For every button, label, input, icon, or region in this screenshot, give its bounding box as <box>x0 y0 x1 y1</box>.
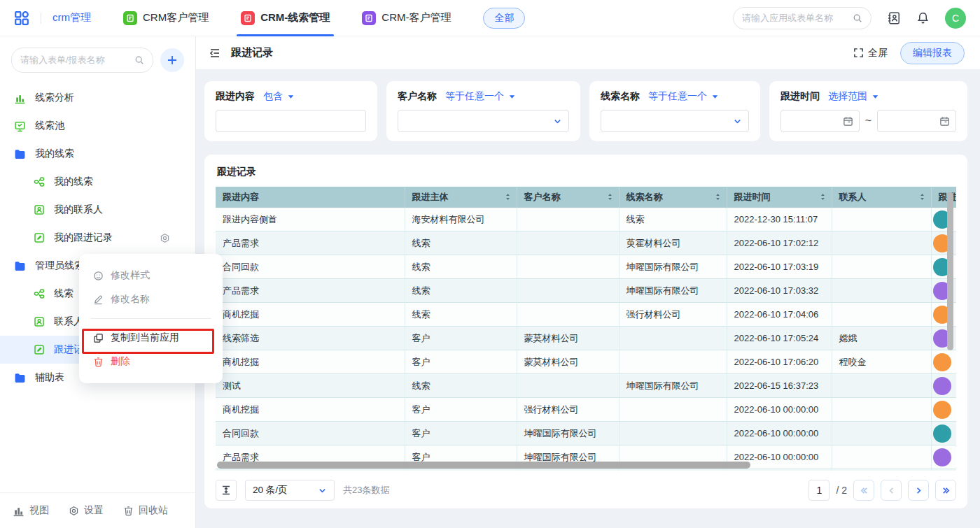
last-page-button[interactable] <box>935 480 956 501</box>
filter-label: 跟进时间 <box>780 90 820 103</box>
footer-视图[interactable]: 视图 <box>13 504 49 517</box>
cell-time: 2022-06-10 17:03:32 <box>727 279 832 303</box>
filter-operator[interactable]: 选择范围 <box>828 90 879 103</box>
column-header-线索名称[interactable]: 线索名称 <box>619 187 727 208</box>
sidebar-item-我的跟进记录[interactable]: 我的跟进记录 <box>0 224 195 252</box>
report-header: 跟进记录 全屏 编辑报表 <box>196 36 980 69</box>
filter-select[interactable] <box>398 110 569 132</box>
sidebar-item-label: 线索 <box>54 287 74 300</box>
filter-text-input[interactable] <box>216 110 366 132</box>
table-row[interactable]: 商机挖掘客户强行材料公司2022-06-10 00:00:00 <box>216 398 956 422</box>
form-search-input[interactable]: 请输入表单/报表名称 <box>11 48 153 73</box>
prev-page-button[interactable] <box>881 480 902 501</box>
cell-customer: 坤曜国际有限公司 <box>517 422 619 445</box>
fullscreen-button[interactable]: 全屏 <box>853 47 888 59</box>
pensq-icon <box>34 344 45 355</box>
menu-item-label: 复制到当前应用 <box>111 331 179 344</box>
app-tab[interactable]: CRM-线索管理 <box>241 0 330 36</box>
filter-operator[interactable]: 等于任意一个 <box>445 90 516 103</box>
cell-lead: 坤曜国际有限公司 <box>619 279 727 303</box>
table-row[interactable]: 跟进内容侧首海安材料有限公司线索2022-12-30 15:11:07 <box>216 208 956 231</box>
contacts-book-icon[interactable] <box>887 11 901 25</box>
column-header-跟进时间[interactable]: 跟进时间 <box>727 187 832 208</box>
caret-down-icon <box>872 93 879 101</box>
add-form-button[interactable] <box>160 48 184 72</box>
next-page-button[interactable] <box>908 480 929 501</box>
apps-grid-icon[interactable] <box>14 10 29 26</box>
table-row[interactable]: 测试线索坤曜国际有限公司2022-06-15 16:37:23 <box>216 374 956 398</box>
sidebar-item-label: 辅助表 <box>35 371 64 384</box>
cell-time: 2022-12-30 15:11:07 <box>727 208 832 231</box>
cell-owner <box>931 374 956 398</box>
all-apps-button[interactable]: 全部 <box>483 8 525 29</box>
home-app-link[interactable]: crm管理 <box>52 11 91 24</box>
column-header-跟进主体[interactable]: 跟进主体 <box>405 187 517 208</box>
filter-operator[interactable]: 等于任意一个 <box>648 90 719 103</box>
cell-owner <box>931 422 956 445</box>
app-tab[interactable]: CRM客户管理 <box>123 0 209 36</box>
table-scroll-area: 跟进内容跟进主体客户名称线索名称跟进时间联系人跟进人 跟进内容侧首海安材料有限公… <box>216 187 956 471</box>
table-row[interactable]: 合同回款线索坤曜国际有限公司2022-06-10 17:03:19 <box>216 255 956 279</box>
filter-label-row: 跟进时间选择范围 <box>780 90 956 103</box>
divider <box>41 13 41 24</box>
cell-contact <box>832 231 931 255</box>
table-row[interactable]: 产品需求线索坤曜国际有限公司2022-06-10 17:03:32 <box>216 279 956 303</box>
column-label: 跟进时间 <box>734 192 771 202</box>
sidebar-item-我的联系人[interactable]: 我的联系人 <box>0 196 195 224</box>
menu-item-修改样式[interactable]: 修改样式 <box>79 264 223 287</box>
cell-content: 产品需求 <box>216 279 405 303</box>
date-end-input[interactable] <box>877 110 956 132</box>
table-row[interactable]: 商机挖掘线索强行材料公司2022-06-10 17:04:06 <box>216 303 956 327</box>
gear-icon[interactable] <box>160 233 170 243</box>
sidebar-item-label: 我的跟进记录 <box>54 231 113 244</box>
menu-item-复制到当前应用[interactable]: 复制到当前应用 <box>79 326 223 350</box>
cell-time: 2022-06-15 00:00:00 <box>727 469 832 471</box>
table-density-button[interactable] <box>216 480 237 501</box>
edit-report-button[interactable]: 编辑报表 <box>900 42 965 64</box>
date-start-input[interactable] <box>780 110 860 132</box>
app-tab-label: CRM客户管理 <box>143 11 209 24</box>
table-row[interactable]: 产品需求线索萸霍材料公司2022-06-10 17:02:12 <box>216 231 956 255</box>
app-tab[interactable]: CRM-客户管理 <box>362 0 451 36</box>
filter-date-range: ~ <box>780 110 956 132</box>
notifications-bell-icon[interactable] <box>916 11 930 24</box>
page-total-label: / 2 <box>836 485 847 496</box>
sidebar-item-我的线索[interactable]: 我的线索 <box>0 168 195 196</box>
sidebar-item-线索池[interactable]: 线索池 <box>0 112 195 140</box>
filter-operator-label: 包含 <box>263 90 283 103</box>
menu-item-删除[interactable]: 删除 <box>79 350 223 373</box>
cell-content: 产品需求 <box>216 469 405 471</box>
filter-operator[interactable]: 包含 <box>263 90 295 103</box>
sidebar-item-我的线索[interactable]: 我的线索 <box>0 140 195 168</box>
cell-content: 合同回款 <box>216 422 405 445</box>
cell-contact <box>832 279 931 303</box>
column-header-联系人[interactable]: 联系人 <box>832 187 931 208</box>
global-search-input[interactable]: 请输入应用或表单名称 <box>733 7 872 29</box>
collapse-sidebar-icon[interactable] <box>209 47 221 59</box>
cell-contact <box>832 208 931 231</box>
footer-回收站[interactable]: 回收站 <box>123 504 168 517</box>
filter-select[interactable] <box>601 110 749 132</box>
horizontal-scrollbar[interactable] <box>217 462 750 469</box>
current-page-input[interactable]: 1 <box>808 480 830 501</box>
table-row[interactable]: 产品需求客户坤曜国际有限公司2022-06-15 00:00:00 <box>216 469 956 471</box>
sidebar-item-线索分析[interactable]: 线索分析 <box>0 84 195 112</box>
page-size-select[interactable]: 20 条/页 <box>245 480 335 501</box>
first-page-button[interactable] <box>853 480 874 501</box>
footer-设置[interactable]: 设置 <box>69 504 104 517</box>
column-header-客户名称[interactable]: 客户名称 <box>517 187 619 208</box>
user-avatar[interactable]: C <box>945 8 966 29</box>
sidebar-item-label: 我的线索 <box>54 176 93 188</box>
menu-item-label: 修改样式 <box>111 269 150 282</box>
column-label: 线索名称 <box>626 192 663 202</box>
vertical-scrollbar[interactable] <box>947 192 953 350</box>
global-search-placeholder: 请输入应用或表单名称 <box>742 12 833 24</box>
cell-lead: 坤曜国际有限公司 <box>619 255 727 279</box>
row-expand-icon <box>221 485 231 495</box>
table-row[interactable]: 线索筛选客户蒙莫材料公司2022-06-10 17:05:24嫦娥 <box>216 327 956 350</box>
filter-label-row: 跟进内容包含 <box>216 90 366 103</box>
table-row[interactable]: 合同回款客户坤曜国际有限公司2022-06-10 00:00:00 <box>216 422 956 445</box>
menu-item-修改名称[interactable]: 修改名称 <box>79 287 223 311</box>
column-header-跟进内容[interactable]: 跟进内容 <box>216 187 405 208</box>
table-row[interactable]: 商机挖掘客户蒙莫材料公司2022-06-10 17:06:20程咬金 <box>216 350 956 374</box>
